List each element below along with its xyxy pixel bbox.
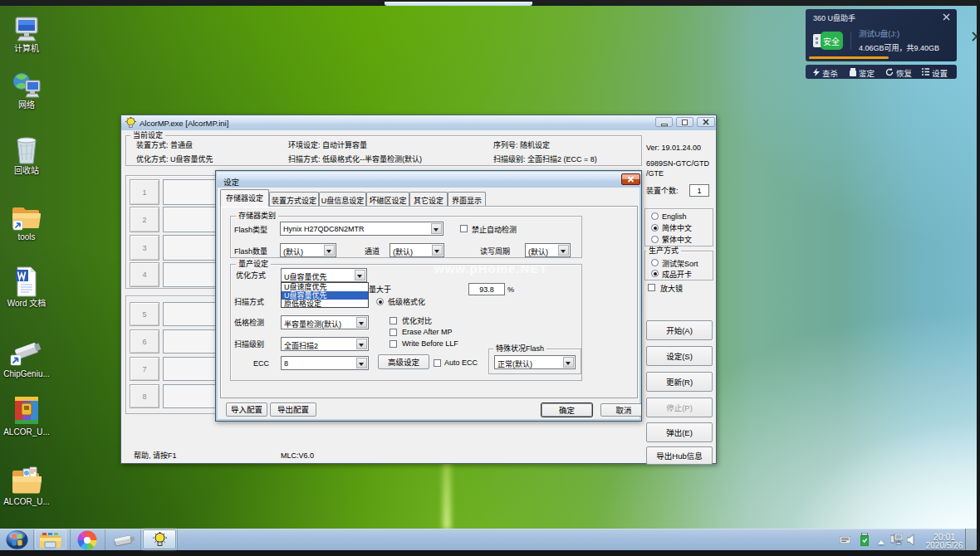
svg-text:安全: 安全 <box>823 35 840 47</box>
